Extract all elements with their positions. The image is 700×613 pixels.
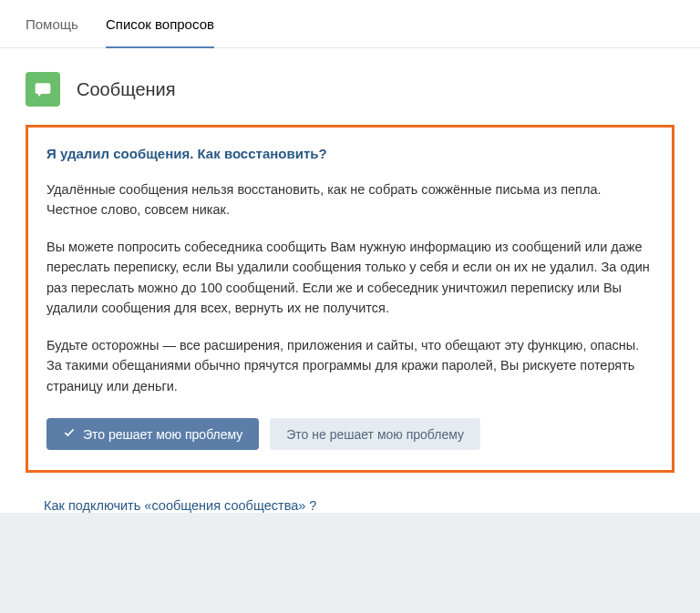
tab-help[interactable]: Помощь — [26, 0, 78, 48]
faq-answer: Удалённые сообщения нельзя восстановить,… — [46, 179, 654, 396]
answer-paragraph: Будьте осторожны — все расширения, прило… — [46, 335, 654, 396]
solves-problem-button[interactable]: Это решает мою проблему — [46, 418, 259, 450]
messages-icon — [26, 72, 60, 107]
section-header: Сообщения — [0, 48, 700, 125]
solves-label: Это решает мою проблему — [83, 427, 242, 442]
faq-item-expanded: Я удалил сообщения. Как восстановить? Уд… — [26, 125, 674, 473]
answer-paragraph: Вы можете попросить собеседника сообщить… — [46, 237, 654, 319]
related-question-link[interactable]: Как подключить «сообщения сообщества» ? — [0, 485, 700, 513]
tab-questions[interactable]: Список вопросов — [106, 0, 214, 48]
not-solves-problem-button[interactable]: Это не решает мою проблему — [270, 418, 480, 450]
faq-question: Я удалил сообщения. Как восстановить? — [46, 146, 654, 161]
feedback-buttons: Это решает мою проблему Это не решает мо… — [46, 418, 654, 450]
section-title: Сообщения — [77, 79, 176, 100]
check-icon — [63, 426, 76, 442]
nav-tabs: Помощь Список вопросов — [0, 0, 700, 48]
not-solves-label: Это не решает мою проблему — [286, 427, 464, 442]
help-page: Помощь Список вопросов Сообщения Я удали… — [0, 0, 700, 513]
answer-paragraph: Удалённые сообщения нельзя восстановить,… — [46, 179, 654, 220]
